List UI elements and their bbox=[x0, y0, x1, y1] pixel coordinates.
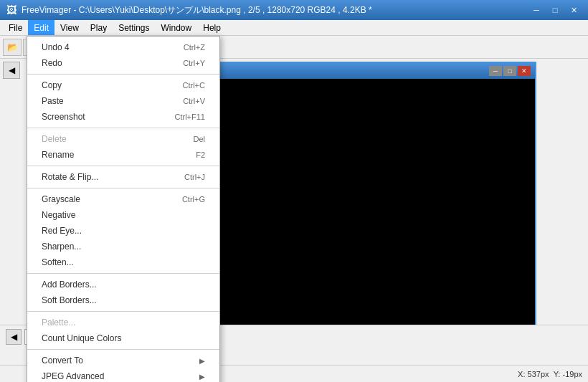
menu-rotate-flip[interactable]: Rotate & Flip... Ctrl+J bbox=[27, 169, 219, 185]
app-icon: 🖼 bbox=[6, 4, 17, 16]
menu-soften[interactable]: Soften... bbox=[27, 254, 219, 270]
menu-redo[interactable]: Redo Ctrl+Y bbox=[27, 55, 219, 71]
menu-screenshot[interactable]: Screenshot Ctrl+F11 bbox=[27, 109, 219, 125]
left-icon-arrow[interactable]: ◀ bbox=[3, 62, 20, 79]
menu-copy[interactable]: Copy Ctrl+C bbox=[27, 77, 219, 93]
menu-window[interactable]: Window bbox=[156, 20, 198, 35]
menu-sharpen[interactable]: Sharpen... bbox=[27, 239, 219, 254]
menu-view[interactable]: View bbox=[54, 20, 85, 35]
menu-settings[interactable]: Settings bbox=[113, 20, 155, 35]
menu-help[interactable]: Help bbox=[197, 20, 227, 35]
close-button[interactable]: ✕ bbox=[565, 4, 582, 16]
toolbar-open-button[interactable]: 📂 bbox=[3, 39, 22, 56]
edit-dropdown-menu: Undo 4 Ctrl+Z Redo Ctrl+Y Copy Ctrl+C Pa… bbox=[27, 36, 220, 382]
menu-undo[interactable]: Undo 4 Ctrl+Z bbox=[27, 39, 219, 55]
menu-count-unique-colors[interactable]: Count Unique Colors bbox=[27, 330, 219, 346]
menu-file[interactable]: File bbox=[3, 20, 28, 35]
divider-4 bbox=[27, 188, 219, 188]
inner-title-controls: ─ □ ✕ bbox=[489, 66, 531, 76]
divider-5 bbox=[27, 273, 219, 274]
inner-minimize-button[interactable]: ─ bbox=[489, 66, 502, 76]
menu-edit[interactable]: Edit bbox=[28, 20, 54, 35]
menu-soft-borders[interactable]: Soft Borders... bbox=[27, 292, 219, 308]
inner-maximize-button[interactable]: □ bbox=[503, 66, 516, 76]
inner-close-button[interactable]: ✕ bbox=[518, 66, 531, 76]
divider-6 bbox=[27, 311, 219, 312]
menu-bar: File Edit View Play Settings Window Help bbox=[0, 20, 588, 36]
menu-negative[interactable]: Negative bbox=[27, 207, 219, 223]
title-bar-text: FreeVimager - C:\Users\Yuki\Desktop\サンプル… bbox=[22, 4, 372, 16]
divider-7 bbox=[27, 349, 219, 350]
menu-convert-to[interactable]: Convert To ▶ bbox=[27, 353, 219, 368]
divider-1 bbox=[27, 74, 219, 75]
menu-red-eye[interactable]: Red Eye... bbox=[27, 223, 219, 239]
minimize-button[interactable]: ─ bbox=[528, 4, 545, 16]
menu-delete[interactable]: Delete Del bbox=[27, 131, 219, 147]
maximize-button[interactable]: □ bbox=[546, 4, 564, 16]
menu-rename[interactable]: Rename F2 bbox=[27, 147, 219, 163]
prev-button[interactable]: ◀ bbox=[6, 329, 22, 345]
title-bar-controls: ─ □ ✕ bbox=[528, 4, 582, 16]
divider-3 bbox=[27, 166, 219, 166]
menu-play[interactable]: Play bbox=[85, 20, 113, 35]
menu-palette[interactable]: Palette... bbox=[27, 315, 219, 330]
menu-paste[interactable]: Paste Ctrl+V bbox=[27, 93, 219, 109]
left-icons: ◀ bbox=[3, 62, 24, 79]
menu-add-borders[interactable]: Add Borders... bbox=[27, 277, 219, 292]
title-bar: 🖼 FreeVimager - C:\Users\Yuki\Desktop\サン… bbox=[0, 0, 588, 20]
divider-2 bbox=[27, 128, 219, 128]
menu-jpeg-advanced[interactable]: JPEG Advanced ▶ bbox=[27, 368, 219, 382]
status-y: Y: -19px bbox=[554, 370, 582, 378]
menu-grayscale[interactable]: Grayscale Ctrl+G bbox=[27, 191, 219, 207]
status-x: X: 537px bbox=[518, 370, 549, 378]
